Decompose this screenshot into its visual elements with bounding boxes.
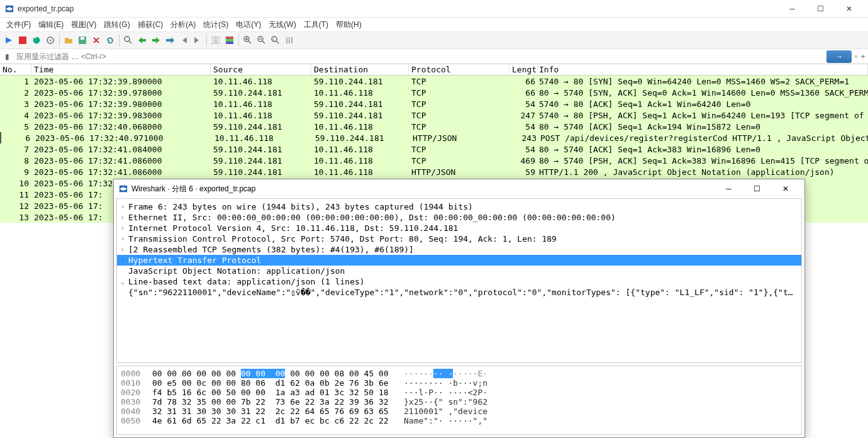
open-file-icon[interactable] xyxy=(62,34,75,47)
apply-filter-button[interactable]: → xyxy=(826,50,852,63)
hex-row[interactable]: 00307d 78 32 35 00 00 7b 22 73 6e 22 3a … xyxy=(121,397,798,407)
toolbar-separator xyxy=(206,35,207,46)
save-icon[interactable] xyxy=(76,34,89,47)
column-length[interactable]: Length xyxy=(509,64,538,75)
svg-point-5 xyxy=(125,36,130,42)
colorize-icon[interactable] xyxy=(223,34,236,47)
go-last-icon[interactable] xyxy=(191,34,204,47)
packet-row[interactable]: 52023-05-06 17:32:40.06800059.110.244.18… xyxy=(0,121,868,132)
svg-rect-0 xyxy=(19,36,26,44)
restart-capture-icon[interactable] xyxy=(30,34,43,47)
menu-item[interactable]: 编辑(E) xyxy=(35,18,67,31)
add-filter-button[interactable]: + xyxy=(858,52,868,61)
svg-rect-7 xyxy=(226,36,233,39)
menubar: 文件(F)编辑(E)视图(V)跳转(G)捕获(C)分析(A)统计(S)电话(Y)… xyxy=(0,18,868,31)
stop-capture-icon[interactable] xyxy=(16,34,29,47)
packet-list-header: No. Time Source Destination Protocol Len… xyxy=(0,64,868,76)
menu-item[interactable]: 电话(Y) xyxy=(232,18,265,31)
hex-row[interactable]: 0020f4 b5 16 6c 00 50 00 00 1a a3 ad 01 … xyxy=(121,388,798,397)
popup-minimize-button[interactable]: ─ xyxy=(715,179,743,198)
detail-tree-item[interactable]: ›Internet Protocol Version 4, Src: 10.11… xyxy=(117,223,801,233)
maximize-button[interactable]: ☐ xyxy=(806,0,835,18)
menu-item[interactable]: 统计(S) xyxy=(199,18,232,31)
packet-row[interactable]: 22023-05-06 17:32:39.97800059.110.244.18… xyxy=(0,87,868,98)
reload-icon[interactable] xyxy=(104,34,116,47)
close-button[interactable]: ✕ xyxy=(835,0,863,18)
wireshark-icon xyxy=(119,184,128,193)
minimize-button[interactable]: ─ xyxy=(778,0,806,18)
options-icon[interactable] xyxy=(44,34,57,47)
display-filter-input[interactable] xyxy=(14,51,826,62)
find-icon[interactable] xyxy=(122,34,135,47)
detail-tree-item[interactable]: JavaScript Object Notation: application/… xyxy=(117,266,801,276)
main-toolbar: 1 xyxy=(0,31,868,49)
svg-rect-8 xyxy=(226,39,233,42)
toolbar-separator xyxy=(119,35,120,46)
zoom-out-icon[interactable] xyxy=(255,34,268,47)
packet-row[interactable]: 82023-05-06 17:32:41.08600059.110.244.18… xyxy=(0,155,868,166)
hex-row[interactable]: 000000 00 00 00 00 00 00 00 00 00 00 00 … xyxy=(121,369,798,378)
packet-row[interactable]: 92023-05-06 17:32:41.08600059.110.244.18… xyxy=(0,166,868,177)
packet-row[interactable]: 12023-05-06 17:32:39.89000010.11.46.1185… xyxy=(0,76,868,87)
resize-columns-icon[interactable] xyxy=(283,34,296,47)
zoom-in-icon[interactable] xyxy=(242,34,254,47)
go-first-icon[interactable] xyxy=(177,34,190,47)
menu-item[interactable]: 工具(T) xyxy=(300,18,332,31)
hex-row[interactable]: 001000 e5 00 0c 00 00 80 06 d1 62 0a 0b … xyxy=(121,378,798,388)
packet-detail-tree[interactable]: ›Frame 6: 243 bytes on wire (1944 bits),… xyxy=(116,198,802,363)
hex-dump-pane[interactable]: 000000 00 00 00 00 00 00 00 00 00 00 00 … xyxy=(116,366,802,435)
window-title: exported_tr.pcap xyxy=(18,4,778,13)
menu-item[interactable]: 无线(W) xyxy=(265,18,299,31)
column-source[interactable]: Source xyxy=(211,64,311,75)
hex-row[interactable]: 00504e 61 6d 65 22 3a 22 c1 d1 b7 ec bc … xyxy=(121,416,798,425)
menu-item[interactable]: 视图(V) xyxy=(67,18,100,31)
menu-item[interactable]: 分析(A) xyxy=(167,18,199,31)
svg-point-2 xyxy=(50,40,52,42)
menu-item[interactable]: 帮助(H) xyxy=(332,18,365,31)
popup-maximize-button[interactable]: ☐ xyxy=(743,179,771,198)
hex-row[interactable]: 004032 31 31 30 30 30 31 22 2c 22 64 65 … xyxy=(121,407,798,416)
detail-tree-item[interactable]: ⌄Line-based text data: application/json … xyxy=(117,276,801,287)
column-info[interactable]: Info xyxy=(538,64,868,75)
popup-titlebar: Wireshark · 分组 6 · exported_tr.pcap ─ ☐ … xyxy=(114,179,804,198)
toolbar-separator xyxy=(238,35,239,46)
zoom-reset-icon[interactable]: 1 xyxy=(269,34,282,47)
go-to-icon[interactable] xyxy=(164,34,176,47)
column-no[interactable]: No. xyxy=(0,64,31,75)
bookmark-icon[interactable]: ▮ xyxy=(0,52,14,61)
column-protocol[interactable]: Protocol xyxy=(409,64,509,75)
popup-close-button[interactable]: ✕ xyxy=(771,179,799,198)
display-filter-bar: ▮ → ▾ + xyxy=(0,49,868,64)
menu-item[interactable]: 跳转(G) xyxy=(100,18,133,31)
svg-text:1: 1 xyxy=(272,38,275,42)
toolbar-separator xyxy=(59,35,60,46)
go-forward-icon[interactable] xyxy=(150,34,162,47)
packet-row[interactable]: 72023-05-06 17:32:41.08400059.110.244.18… xyxy=(0,143,868,155)
packet-row[interactable]: 42023-05-06 17:32:39.98300010.11.46.1185… xyxy=(0,110,868,121)
menu-item[interactable]: 文件(F) xyxy=(3,18,35,31)
svg-rect-4 xyxy=(81,37,84,40)
go-back-icon[interactable] xyxy=(136,34,148,47)
detail-tree-item[interactable]: ›Transmission Control Protocol, Src Port… xyxy=(117,233,801,244)
close-file-icon[interactable] xyxy=(90,34,103,47)
popup-title: Wireshark · 分组 6 · exported_tr.pcap xyxy=(131,184,715,194)
column-time[interactable]: Time xyxy=(31,64,211,75)
start-capture-icon[interactable] xyxy=(3,34,15,47)
packet-row[interactable]: 62023-05-06 17:32:40.97100010.11.46.1185… xyxy=(0,132,868,143)
packet-detail-window: Wireshark · 分组 6 · exported_tr.pcap ─ ☐ … xyxy=(113,179,805,438)
packet-row[interactable]: 32023-05-06 17:32:39.98000010.11.46.1185… xyxy=(0,98,868,110)
detail-tree-item[interactable]: ›Ethernet II, Src: 00:00:00_00:00:00 (00… xyxy=(117,212,801,223)
auto-scroll-icon[interactable] xyxy=(209,34,222,47)
detail-tree-item[interactable]: ›Frame 6: 243 bytes on wire (1944 bits),… xyxy=(117,201,801,212)
menu-item[interactable]: 捕获(C) xyxy=(134,18,167,31)
detail-tree-item[interactable]: ›Hypertext Transfer Protocol xyxy=(117,255,801,266)
detail-tree-item[interactable]: {"sn":"9622110001","deviceName":"▯ṽ��","… xyxy=(117,287,801,298)
detail-tree-item[interactable]: ›[2 Reassembled TCP Segments (382 bytes)… xyxy=(117,244,801,255)
main-titlebar: exported_tr.pcap ─ ☐ ✕ xyxy=(0,0,868,18)
column-destination[interactable]: Destination xyxy=(311,64,409,75)
wireshark-icon xyxy=(5,4,14,13)
svg-rect-9 xyxy=(226,42,233,44)
